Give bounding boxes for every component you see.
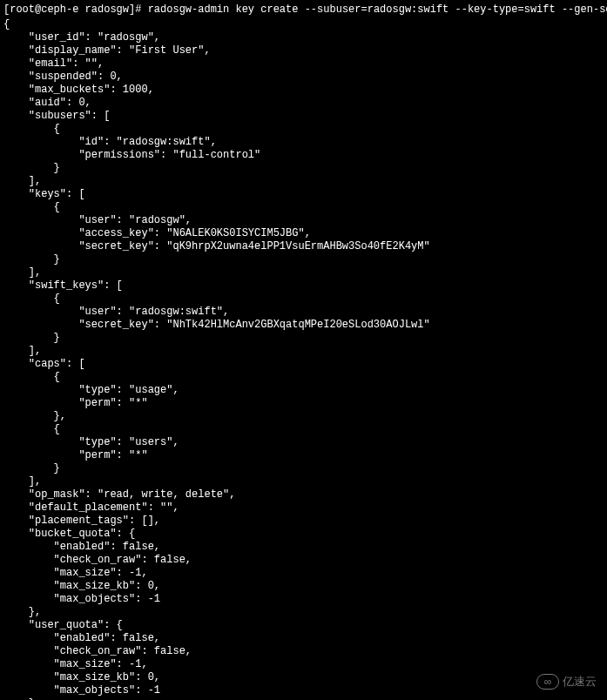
command-line: [root@ceph-e radosgw]# radosgw-admin key…: [3, 3, 604, 17]
command-text: radosgw-admin key create --subuser=rados…: [148, 3, 607, 16]
watermark: 亿速云: [536, 674, 597, 690]
shell-prompt: [root@ceph-e radosgw]#: [3, 3, 148, 16]
terminal-output: { "user_id": "radosgw", "display_name": …: [3, 18, 604, 700]
cloud-icon: [536, 674, 559, 690]
watermark-text: 亿速云: [563, 675, 597, 689]
